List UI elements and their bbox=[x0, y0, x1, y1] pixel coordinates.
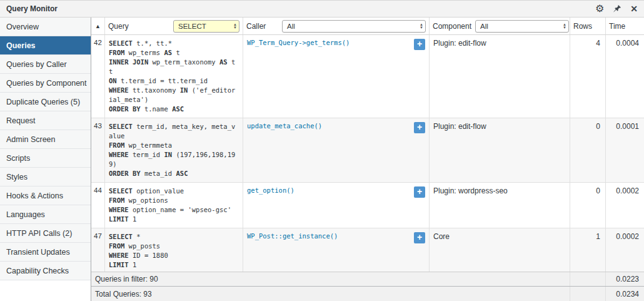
expand-plus-button[interactable]: + bbox=[414, 122, 425, 133]
table-row: 44SELECT option_value FROM wp_options WH… bbox=[91, 183, 644, 228]
query-time: 0.0002 bbox=[606, 228, 644, 272]
panel-title: Query Monitor bbox=[6, 4, 58, 13]
caller-link[interactable]: WP_Term_Query->get_terms() bbox=[247, 39, 350, 46]
footer-time: 0.0234 bbox=[606, 290, 644, 298]
query-column-label: Query bbox=[108, 22, 129, 31]
caller-filter-value: All bbox=[287, 23, 295, 30]
sidebar-item-languages[interactable]: Languages bbox=[0, 205, 91, 224]
query-time: 0.0004 bbox=[606, 35, 644, 118]
query-monitor-panel: Query Monitor ⚙ ✕ OverviewQueriesQueries… bbox=[0, 0, 644, 301]
query-rows-count: 4 bbox=[570, 35, 606, 118]
select-arrows-icon: ▲▼ bbox=[420, 23, 423, 29]
query-time: 0.0002 bbox=[606, 183, 644, 228]
row-number: 43 bbox=[91, 118, 105, 183]
queries-table: ▲ Query SELECT ▲▼ Caller All ▲▼ bbox=[91, 18, 644, 301]
query-type-filter-select[interactable]: SELECT ▲▼ bbox=[173, 20, 239, 33]
query-caller-cell: WP_Post::get_instance()+ bbox=[243, 228, 430, 272]
row-number: 47 bbox=[91, 228, 105, 272]
footer-row: Total Queries: 930.0234 bbox=[91, 286, 644, 301]
caller-column-header: Caller All ▲▼ bbox=[243, 18, 430, 34]
query-sql: SELECT * FROM wp_posts WHERE ID = 1880 L… bbox=[105, 228, 243, 272]
table-row: 47SELECT * FROM wp_posts WHERE ID = 1880… bbox=[91, 228, 644, 272]
query-caller-cell: get_option()+ bbox=[243, 183, 430, 228]
caller-link[interactable]: WP_Post::get_instance() bbox=[247, 232, 338, 240]
sidebar-item-transient-updates[interactable]: Transient Updates bbox=[0, 243, 91, 262]
sidebar: OverviewQueriesQueries by CallerQueries … bbox=[0, 18, 91, 301]
query-caller-cell: update_meta_cache()+ bbox=[243, 118, 430, 183]
titlebar-icons: ⚙ ✕ bbox=[595, 4, 638, 14]
query-filter-value: SELECT bbox=[178, 23, 206, 30]
expand-plus-button[interactable]: + bbox=[414, 39, 425, 50]
query-caller-cell: WP_Term_Query->get_terms()+ bbox=[243, 35, 430, 118]
query-rows-count: 0 bbox=[570, 183, 606, 228]
table-row: 42SELECT t.*, tt.* FROM wp_terms AS t IN… bbox=[91, 35, 644, 118]
query-rows-count: 0 bbox=[570, 118, 606, 183]
pin-icon[interactable] bbox=[613, 4, 621, 13]
row-number: 42 bbox=[91, 35, 105, 118]
sidebar-item-request[interactable]: Request bbox=[0, 111, 91, 130]
footer-label: Total Queries: 93 bbox=[91, 287, 570, 301]
settings-gear-icon[interactable]: ⚙ bbox=[595, 4, 604, 14]
query-component: Core bbox=[430, 228, 570, 272]
expand-plus-button[interactable]: + bbox=[414, 232, 425, 243]
query-sql: SELECT term_id, meta_key, meta_value FRO… bbox=[105, 118, 243, 183]
sort-column-header[interactable]: ▲ bbox=[91, 18, 105, 34]
row-number: 44 bbox=[91, 183, 105, 228]
query-sql: SELECT t.*, tt.* FROM wp_terms AS t INNE… bbox=[105, 35, 243, 118]
sidebar-item-capability-checks[interactable]: Capability Checks bbox=[0, 262, 91, 280]
query-component: Plugin: edit-flow bbox=[430, 35, 570, 118]
table-row: 43SELECT term_id, meta_key, meta_value F… bbox=[91, 118, 644, 183]
query-component: Plugin: edit-flow bbox=[430, 118, 570, 183]
query-component: Plugin: wordpress-seo bbox=[430, 183, 570, 228]
sidebar-item-queries-by-component[interactable]: Queries by Component bbox=[0, 74, 91, 93]
titlebar: Query Monitor ⚙ ✕ bbox=[0, 1, 644, 18]
select-arrows-icon: ▲▼ bbox=[563, 23, 566, 29]
select-arrows-icon: ▲▼ bbox=[233, 23, 237, 29]
sidebar-item-scripts[interactable]: Scripts bbox=[0, 149, 91, 168]
sidebar-item-queries[interactable]: Queries bbox=[0, 36, 91, 55]
rows-column-header[interactable]: Rows bbox=[570, 18, 606, 34]
panel-body: OverviewQueriesQueries by CallerQueries … bbox=[0, 18, 644, 301]
query-time: 0.0001 bbox=[606, 118, 644, 183]
footer-time: 0.0223 bbox=[606, 275, 644, 283]
footer-label: Queries in filter: 90 bbox=[91, 272, 570, 286]
query-rows-count: 1 bbox=[570, 228, 606, 272]
time-column-header[interactable]: Time bbox=[606, 18, 644, 34]
component-column-header: Component All ▲▼ bbox=[430, 18, 570, 34]
sidebar-item-queries-by-caller[interactable]: Queries by Caller bbox=[0, 55, 91, 74]
sidebar-item-http-api-calls-2[interactable]: HTTP API Calls (2) bbox=[0, 224, 91, 243]
query-column-header: Query SELECT ▲▼ bbox=[105, 18, 243, 34]
sidebar-item-admin-screen[interactable]: Admin Screen bbox=[0, 130, 91, 149]
sidebar-item-styles[interactable]: Styles bbox=[0, 168, 91, 186]
sort-asc-icon: ▲ bbox=[95, 23, 101, 29]
expand-plus-button[interactable]: + bbox=[414, 186, 425, 198]
sidebar-item-duplicate-queries-5[interactable]: Duplicate Queries (5) bbox=[0, 93, 91, 111]
caller-link[interactable]: update_meta_cache() bbox=[247, 122, 322, 130]
component-column-label: Component bbox=[433, 22, 471, 31]
component-filter-value: All bbox=[480, 23, 488, 30]
caller-link[interactable]: get_option() bbox=[247, 186, 294, 194]
footer-rows-cell bbox=[570, 287, 606, 301]
footer-row: Queries in filter: 900.0223 bbox=[91, 272, 644, 286]
query-sql: SELECT option_value FROM wp_options WHER… bbox=[105, 183, 243, 228]
table-body: 42SELECT t.*, tt.* FROM wp_terms AS t IN… bbox=[91, 35, 644, 272]
table-footer: Queries in filter: 900.0223Total Queries… bbox=[91, 272, 644, 301]
footer-rows-cell bbox=[570, 272, 606, 286]
table-header: ▲ Query SELECT ▲▼ Caller All ▲▼ bbox=[91, 18, 644, 35]
close-icon[interactable]: ✕ bbox=[630, 4, 638, 13]
component-filter-select[interactable]: All ▲▼ bbox=[475, 20, 569, 33]
caller-column-label: Caller bbox=[246, 22, 266, 31]
caller-filter-select[interactable]: All ▲▼ bbox=[282, 20, 426, 33]
sidebar-item-hooks-actions[interactable]: Hooks & Actions bbox=[0, 186, 91, 205]
sidebar-item-overview[interactable]: Overview bbox=[0, 18, 91, 36]
